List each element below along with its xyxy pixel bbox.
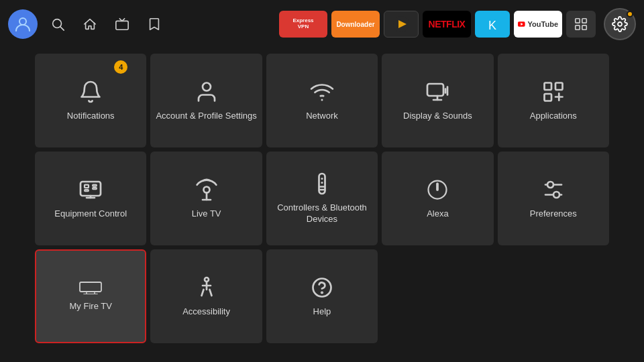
- equipment-control-label: Equipment Control: [54, 208, 127, 220]
- nav-left: [8, 9, 166, 39]
- svg-rect-18: [544, 82, 551, 90]
- preferences-cell[interactable]: Preferences: [498, 152, 609, 245]
- svg-line-2: [60, 27, 64, 30]
- svg-rect-24: [93, 184, 97, 186]
- svg-rect-19: [555, 82, 563, 90]
- svg-point-15: [203, 82, 211, 90]
- settings-grid: 4 Notifications Account & Profile Settin…: [0, 48, 644, 349]
- my-fire-tv-label: My Fire TV: [70, 301, 112, 312]
- account-profile-cell[interactable]: Account & Profile Settings: [150, 54, 262, 147]
- account-profile-label: Account & Profile Settings: [156, 111, 256, 122]
- plex-app-btn[interactable]: [384, 11, 419, 38]
- notification-badge: 4: [114, 60, 127, 74]
- network-cell[interactable]: Network: [266, 54, 378, 147]
- display-sound-icon: [425, 80, 449, 104]
- avatar[interactable]: [8, 9, 38, 39]
- svg-rect-20: [544, 94, 551, 101]
- my-fire-tv-cell[interactable]: My Fire TV: [35, 249, 146, 343]
- svg-point-14: [618, 22, 622, 26]
- display-sounds-label: Display & Sounds: [403, 111, 472, 122]
- display-sounds-cell[interactable]: Display & Sounds: [382, 54, 493, 147]
- live-tv-label: Live TV: [192, 208, 221, 220]
- applications-cell[interactable]: Applications: [498, 54, 609, 147]
- accessibility-icon: [195, 276, 219, 300]
- controllers-bluetooth-label: Controllers & Bluetooth Devices: [272, 202, 372, 225]
- alexa-icon: [425, 178, 449, 202]
- network-label: Network: [306, 111, 338, 122]
- svg-rect-23: [85, 190, 89, 191]
- svg-point-26: [203, 186, 209, 192]
- applications-label: Applications: [530, 111, 577, 122]
- notifications-cell[interactable]: 4 Notifications: [35, 54, 146, 147]
- kodi-app-btn[interactable]: K: [475, 11, 510, 38]
- antenna-icon: [195, 178, 219, 202]
- svg-rect-17: [427, 84, 443, 96]
- controllers-bluetooth-cell[interactable]: Controllers & Bluetooth Devices: [266, 152, 378, 245]
- search-nav-icon[interactable]: [46, 12, 70, 36]
- alexa-cell[interactable]: Alexa: [382, 152, 493, 245]
- monitor-icon: [78, 178, 103, 202]
- svg-rect-10: [576, 19, 580, 23]
- youtube-app-btn[interactable]: YouTube: [514, 11, 562, 38]
- settings-button[interactable]: [604, 8, 636, 40]
- wifi-icon: [310, 80, 334, 104]
- grid-app-btn[interactable]: [566, 11, 596, 38]
- topbar: ExpressVPN Downloader NETFLIX K YouTu: [0, 0, 644, 48]
- svg-point-35: [547, 182, 553, 188]
- bell-icon: [78, 80, 103, 104]
- accessibility-label: Accessibility: [182, 306, 230, 318]
- downloader-app-btn[interactable]: Downloader: [331, 11, 380, 38]
- accessibility-cell[interactable]: Accessibility: [150, 249, 262, 343]
- svg-point-43: [321, 292, 323, 293]
- firetv-icon: [78, 281, 103, 294]
- sliders-icon: [541, 178, 566, 202]
- help-label: Help: [313, 306, 331, 318]
- svg-rect-3: [116, 21, 128, 29]
- alexa-label: Alexa: [427, 208, 449, 220]
- svg-rect-25: [93, 188, 97, 189]
- svg-rect-21: [80, 182, 101, 196]
- svg-point-29: [321, 182, 323, 184]
- bookmark-nav-icon[interactable]: [142, 12, 166, 36]
- svg-rect-37: [80, 282, 101, 292]
- svg-rect-13: [582, 25, 586, 29]
- live-tv-cell[interactable]: Live TV: [150, 152, 262, 245]
- apps-icon: [541, 80, 566, 104]
- person-icon: [195, 80, 219, 104]
- help-icon: [310, 276, 334, 300]
- settings-notification-dot: [627, 11, 633, 17]
- svg-rect-12: [576, 25, 580, 29]
- svg-point-16: [321, 99, 323, 101]
- remote-icon: [310, 172, 334, 196]
- tv-nav-icon[interactable]: [110, 12, 134, 36]
- netflix-app-btn[interactable]: NETFLIX: [423, 11, 471, 38]
- svg-text:K: K: [488, 19, 496, 32]
- expressvpn-app-btn[interactable]: ExpressVPN: [279, 11, 327, 38]
- equipment-control-cell[interactable]: Equipment Control: [35, 152, 146, 245]
- app-shortcuts: ExpressVPN Downloader NETFLIX K YouTu: [279, 11, 596, 38]
- help-cell[interactable]: Help: [266, 249, 378, 343]
- svg-point-36: [553, 192, 559, 198]
- svg-point-0: [19, 18, 26, 25]
- home-nav-icon[interactable]: [78, 12, 102, 36]
- svg-rect-11: [582, 19, 586, 23]
- svg-point-28: [321, 178, 323, 180]
- svg-rect-22: [85, 184, 89, 188]
- notifications-label: Notifications: [67, 111, 115, 122]
- preferences-label: Preferences: [530, 208, 577, 220]
